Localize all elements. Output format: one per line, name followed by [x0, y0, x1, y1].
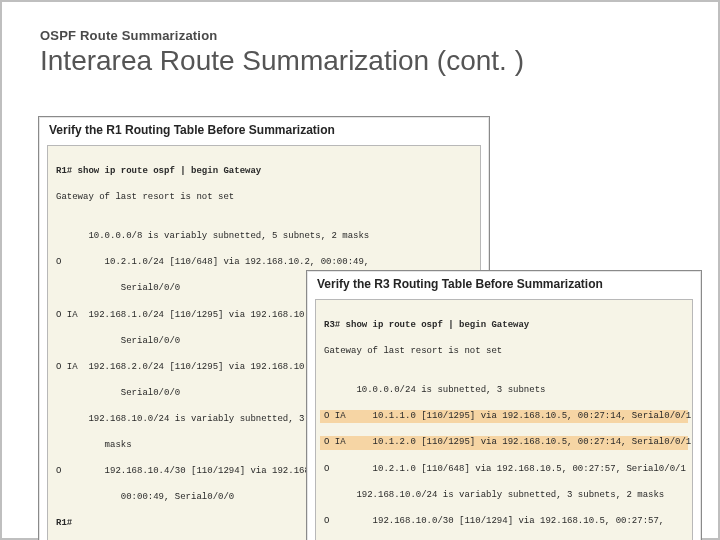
page-title: Interarea Route Summarization (cont. ): [40, 45, 684, 77]
card-r1-caption: Verify the R1 Routing Table Before Summa…: [39, 117, 489, 145]
card-r3-caption: Verify the R3 Routing Table Before Summa…: [307, 271, 701, 299]
cli-line: O 192.168.10.0/30 [110/1294] via 192.168…: [324, 515, 684, 528]
cli-line: O 10.2.1.0/24 [110/648] via 192.168.10.2…: [56, 256, 472, 269]
cli-line: Gateway of last resort is not set: [324, 345, 684, 358]
cli-prompt: R1#: [56, 166, 72, 176]
topic-label: OSPF Route Summarization: [40, 28, 684, 43]
card-r3: Verify the R3 Routing Table Before Summa…: [306, 270, 702, 540]
cli-prompt: R3#: [324, 320, 340, 330]
cli-line-highlight: O IA 10.1.2.0 [110/1295] via 192.168.10.…: [320, 436, 688, 449]
cli-command: show ip route ospf | begin Gateway: [78, 166, 262, 176]
cli-line: 10.0.0.0/8 is variably subnetted, 5 subn…: [56, 230, 472, 243]
cli-line: O 10.2.1.0 [110/648] via 192.168.10.5, 0…: [324, 463, 684, 476]
cli-line: 10.0.0.0/24 is subnetted, 3 subnets: [324, 384, 684, 397]
cli-line: 192.168.10.0/24 is variably subnetted, 3…: [324, 489, 684, 502]
cli-line-highlight: O IA 10.1.1.0 [110/1295] via 192.168.10.…: [320, 410, 688, 423]
cli-command: show ip route ospf | begin Gateway: [346, 320, 530, 330]
card-r3-cli: R3# show ip route ospf | begin Gateway G…: [315, 299, 693, 540]
cli-line: Gateway of last resort is not set: [56, 191, 472, 204]
slide: OSPF Route Summarization Interarea Route…: [0, 0, 720, 540]
